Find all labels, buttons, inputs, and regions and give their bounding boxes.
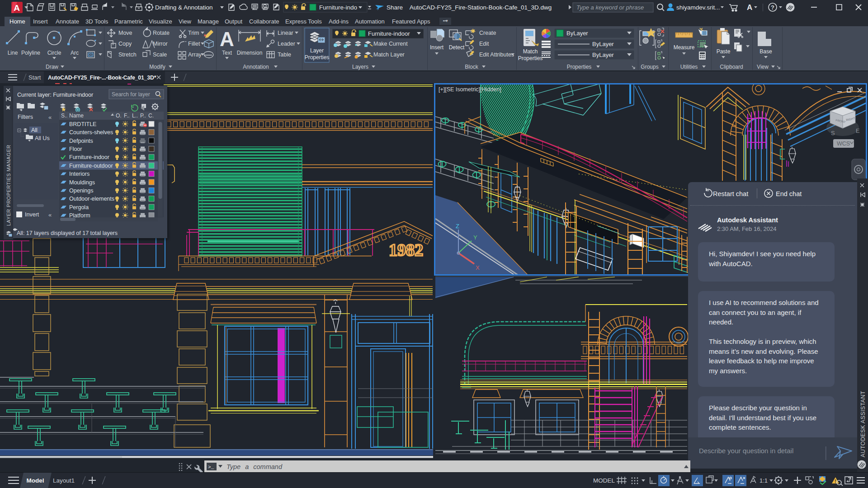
svg-text:End chat: End chat xyxy=(776,190,802,197)
svg-text:P..: P.. xyxy=(140,113,146,119)
svg-text:Array: Array xyxy=(188,52,202,58)
svg-text:C.: C. xyxy=(148,113,154,119)
svg-text:?: ? xyxy=(771,4,774,11)
svg-text:View: View xyxy=(757,64,769,70)
svg-text:Current layer: Furniture-indoo: Current layer: Furniture-indoor xyxy=(17,92,93,98)
svg-text:Groups: Groups xyxy=(641,64,658,70)
svg-text:A: A xyxy=(220,28,234,50)
svg-text:ByLayer: ByLayer xyxy=(592,41,614,47)
svg-text:Layout1: Layout1 xyxy=(53,477,75,484)
svg-text:Polyline: Polyline xyxy=(21,50,40,56)
svg-text:Restart chat: Restart chat xyxy=(713,190,748,197)
svg-text:Floor: Floor xyxy=(69,146,82,152)
svg-text:Draw: Draw xyxy=(46,64,58,70)
svg-text:Match: Match xyxy=(523,48,538,55)
svg-text:Counters-shelves: Counters-shelves xyxy=(69,129,113,136)
svg-text:Pergola: Pergola xyxy=(69,204,89,211)
svg-text:Scale: Scale xyxy=(153,52,167,58)
svg-text:Defpoints: Defpoints xyxy=(69,138,93,144)
svg-text:Edit: Edit xyxy=(479,41,489,47)
svg-text:Outdoor-elements: Outdoor-elements xyxy=(69,196,114,202)
svg-text:Move: Move xyxy=(118,30,132,36)
svg-text:BRDTITLE: BRDTITLE xyxy=(69,121,96,127)
svg-text:Openings: Openings xyxy=(69,188,94,194)
svg-text:Block: Block xyxy=(465,64,478,70)
svg-text:Modify: Modify xyxy=(149,64,165,70)
svg-text:«: « xyxy=(48,211,52,218)
svg-text:Base: Base xyxy=(760,48,772,55)
svg-text:LAYER PROPERTIES MANAGER: LAYER PROPERTIES MANAGER xyxy=(6,145,11,226)
svg-text:Mouldings: Mouldings xyxy=(69,179,95,186)
svg-text:Make Current: Make Current xyxy=(373,41,408,47)
svg-text:Text: Text xyxy=(222,50,232,56)
svg-text:L..: L.. xyxy=(132,113,138,119)
svg-text:Filters: Filters xyxy=(18,114,33,120)
svg-text:Name: Name xyxy=(69,113,84,119)
svg-text:«: « xyxy=(48,114,52,121)
svg-text:A: A xyxy=(14,3,20,13)
svg-text:Clipboard: Clipboard xyxy=(720,64,743,70)
svg-text:shiyamdev.srit...: shiyamdev.srit... xyxy=(676,4,720,11)
svg-text:Match Layer: Match Layer xyxy=(373,52,405,58)
svg-text:S..: S.. xyxy=(61,113,68,119)
svg-text:Layers: Layers xyxy=(352,64,368,70)
svg-text:AUTODESK ASSISTANT: AUTODESK ASSISTANT xyxy=(860,391,866,457)
svg-text:Rotate: Rotate xyxy=(153,30,170,36)
svg-text:Create: Create xyxy=(479,30,496,36)
svg-text:Paste: Paste xyxy=(717,48,731,55)
svg-text:Furniture-indoor: Furniture-indoor xyxy=(69,154,109,160)
svg-text:Trim: Trim xyxy=(188,30,199,36)
svg-text:Measure: Measure xyxy=(674,44,695,51)
svg-text:Circle: Circle xyxy=(47,50,61,56)
svg-text:A: A xyxy=(747,3,752,12)
svg-text:Z: Z xyxy=(456,223,459,230)
svg-text:Interiors: Interiors xyxy=(69,171,90,177)
svg-text:Properties: Properties xyxy=(518,55,543,61)
svg-text:!: ! xyxy=(835,479,836,484)
svg-text:Properties: Properties xyxy=(567,64,592,70)
svg-text:Start: Start xyxy=(28,74,41,81)
svg-text:AutoCAD-FY25_Fire-Station-Book: AutoCAD-FY25_Fire-Station-Book-Cafe_01_3… xyxy=(410,4,552,11)
svg-text:Furniture-outdoor: Furniture-outdoor xyxy=(69,163,113,169)
svg-text:O.: O. xyxy=(116,113,122,119)
svg-text:Invert: Invert xyxy=(25,211,39,218)
svg-text:>_: >_ xyxy=(208,465,214,470)
svg-text:Utilities: Utilities xyxy=(680,64,698,70)
svg-text:Furniture-indo: Furniture-indo xyxy=(319,4,357,11)
svg-text:Edit Attributes: Edit Attributes xyxy=(479,52,514,58)
svg-text:Fillet: Fillet xyxy=(188,41,200,47)
svg-text:Drafting & Annotation: Drafting & Annotation xyxy=(155,4,213,11)
svg-text:Arc: Arc xyxy=(71,50,79,56)
svg-text:S: S xyxy=(831,130,835,136)
svg-text:WCS: WCS xyxy=(837,141,850,147)
svg-text:Table: Table xyxy=(278,52,291,58)
svg-text:Line: Line xyxy=(8,50,18,56)
svg-text:E: E xyxy=(856,127,860,134)
svg-text:Copy: Copy xyxy=(118,41,132,47)
svg-text:X: X xyxy=(476,264,480,271)
svg-text:ByLayer: ByLayer xyxy=(592,52,614,58)
svg-text:All: All xyxy=(31,127,38,133)
svg-text:Properties: Properties xyxy=(305,54,330,61)
svg-text:All Us: All Us xyxy=(35,135,50,141)
svg-text:Mirror: Mirror xyxy=(153,41,168,47)
svg-text:Dimension: Dimension xyxy=(237,50,263,56)
svg-text:Type a command: Type a command xyxy=(226,463,283,470)
svg-text:Type a keyword or phrase: Type a keyword or phrase xyxy=(576,4,644,11)
svg-text:Detect: Detect xyxy=(449,44,465,51)
svg-text:Annotation: Annotation xyxy=(243,64,269,70)
svg-text:Furniture-indoor: Furniture-indoor xyxy=(368,30,410,37)
svg-text:Y: Y xyxy=(473,234,477,241)
svg-text:MODEL: MODEL xyxy=(593,477,615,484)
svg-text:Search for layer: Search for layer xyxy=(112,91,150,98)
svg-text:[+][SE Isometric][Hidden]: [+][SE Isometric][Hidden] xyxy=(439,86,501,93)
svg-text:ByLayer: ByLayer xyxy=(566,30,588,37)
svg-text:Share: Share xyxy=(387,4,403,11)
svg-text:1982: 1982 xyxy=(389,240,423,259)
svg-text:Leader: Leader xyxy=(278,41,295,47)
svg-text:Model: Model xyxy=(27,477,44,484)
svg-text:F..: F.. xyxy=(124,113,130,119)
svg-text:All: 17 layers displayed of 17: All: 17 layers displayed of 17 total lay… xyxy=(17,230,118,236)
svg-text:AutoCAD-FY25_Fire-...-Book-Caf: AutoCAD-FY25_Fire-...-Book-Cafe_01_3D* xyxy=(48,75,156,81)
svg-text:1:1: 1:1 xyxy=(760,477,768,484)
